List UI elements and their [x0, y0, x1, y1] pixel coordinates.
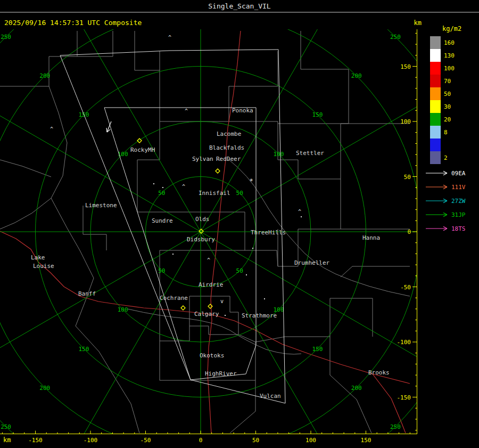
city-label: Sundre — [152, 217, 173, 224]
town-markers: ^^^^^^v* — [50, 35, 302, 316]
track-id-label: 111V — [451, 184, 466, 191]
city-label: RedDeer — [216, 156, 241, 162]
range-label: 200 — [39, 385, 50, 392]
boundary-line — [0, 160, 51, 177]
city-label: ThreeHills — [251, 229, 286, 236]
city-label: Ponoka — [232, 107, 253, 114]
city-label: Strathmore — [242, 312, 277, 319]
town-caret-marker: ^ — [182, 184, 185, 190]
range-label: 200 — [351, 72, 362, 79]
vil-colorbar: 1601301007050302082 — [430, 36, 455, 164]
city-label: Innisfail — [199, 190, 230, 197]
colorbar-swatch — [430, 87, 441, 100]
city-label: RockyMH — [130, 146, 155, 153]
range-label: 250 — [1, 34, 11, 40]
town-dot-marker — [264, 298, 265, 299]
range-label: 250 — [390, 423, 401, 430]
radar-site-icon — [216, 169, 220, 173]
colorbar-swatch — [430, 49, 441, 62]
range-label: 50 — [158, 267, 165, 274]
range-label: 150 — [79, 346, 89, 353]
bottom-axis-label: -100 — [84, 437, 98, 444]
town-dot-marker — [162, 187, 163, 188]
colorbar-value: 20 — [444, 116, 451, 123]
track-id-label: 31JP — [451, 211, 466, 218]
colorbar-value: 100 — [444, 65, 455, 72]
city-label: Banff — [78, 290, 96, 297]
range-label: 100 — [273, 151, 284, 158]
city-label: Airdrie — [199, 281, 223, 288]
bottom-axis-label: 100 — [305, 437, 316, 444]
boundary-line — [278, 179, 341, 266]
city-label: Cochrane — [160, 295, 188, 302]
boundary-line — [160, 51, 278, 121]
highway-line — [0, 231, 410, 384]
town-dot-marker — [301, 216, 302, 217]
boundary-line — [135, 31, 160, 70]
colorbar-value: 70 — [444, 78, 451, 85]
city-label: Hanna — [362, 234, 380, 241]
right-axis-label: -150 — [397, 394, 411, 401]
town-dot-marker — [153, 183, 154, 184]
town-caret-marker: ^ — [185, 108, 188, 114]
bottom-axis-unit: km — [3, 436, 11, 444]
colorbar-value: 50 — [444, 91, 451, 97]
city-label: Vulcan — [260, 393, 281, 400]
town-caret-marker: ^ — [298, 209, 301, 215]
city-label: Olds — [195, 216, 210, 223]
colorbar-value: 8 — [444, 129, 448, 136]
city-label: Stettler — [296, 150, 324, 157]
town-vee-marker: v — [220, 298, 224, 304]
azimuth-spoke — [201, 232, 366, 448]
city-label: Louise — [33, 263, 54, 270]
track-id-label: 27ZW — [451, 198, 466, 205]
range-label: 50 — [158, 190, 165, 197]
colorbar-value: 130 — [444, 52, 455, 59]
colorbar-value: 2 — [444, 154, 448, 161]
right-axis-label: 50 — [404, 174, 411, 181]
scan-area-outlines — [60, 50, 285, 403]
radar-site-icon — [181, 306, 185, 310]
right-axis-label: -50 — [400, 284, 411, 291]
town-caret-marker: ^ — [207, 257, 210, 263]
range-label: 150 — [312, 111, 323, 118]
colorbar-unit: kg/m2 — [442, 25, 461, 32]
storm-track-arrow-icon — [106, 128, 107, 132]
colorbar-value: 30 — [444, 103, 451, 110]
boundary-line — [0, 31, 77, 86]
bottom-axis-label: 150 — [361, 437, 371, 444]
track-id-label: 09EA — [451, 170, 466, 177]
colorbar-swatch — [430, 113, 441, 126]
town-dot-marker — [252, 248, 253, 249]
colorbar-swatch — [430, 126, 441, 139]
boundary-line — [301, 31, 349, 69]
azimuth-spoke — [0, 232, 201, 397]
colorbar-swatch — [430, 62, 441, 75]
city-label: Limestone — [85, 202, 117, 209]
range-label: 200 — [39, 72, 50, 79]
bottom-axis: -150-100-50050100150 — [0, 431, 417, 444]
azimuth-spoke — [36, 232, 201, 448]
window-title: Single_Scan_VIL — [208, 2, 271, 10]
boundary-line — [228, 159, 410, 296]
right-axis-label: -100 — [397, 339, 411, 346]
range-label: 150 — [312, 346, 323, 353]
range-label: 150 — [79, 111, 89, 118]
range-label: 50 — [236, 267, 243, 274]
colorbar-swatch — [430, 36, 441, 49]
range-label: 250 — [1, 423, 11, 430]
boundary-line — [83, 206, 106, 250]
boundary-line — [330, 298, 373, 337]
colorbar-swatch — [430, 100, 441, 113]
azimuth-spoke — [36, 0, 201, 232]
track-id-label: 18TS — [451, 225, 466, 232]
right-axis-label: 150 — [400, 63, 411, 70]
range-label: 200 — [351, 385, 362, 392]
city-label: Calgary — [194, 311, 219, 317]
radar-site-icon — [208, 304, 212, 308]
scan-timestamp: 2025/09/16 14:57:31 UTC Composite — [4, 19, 142, 27]
scan-outline — [60, 50, 285, 403]
town-caret-marker: ^ — [50, 126, 53, 132]
town-dot-marker — [172, 254, 174, 255]
storm-track-legend: 09EA111V27ZW31JP18TS — [426, 170, 466, 232]
